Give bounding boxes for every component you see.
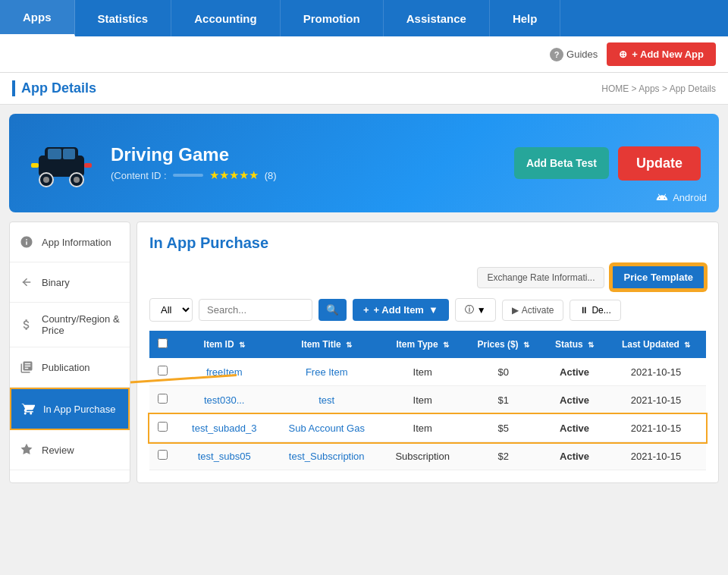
- item-title: Free Item: [272, 358, 381, 386]
- guides-button[interactable]: ? Guides: [550, 48, 598, 61]
- deactivate-label: De...: [592, 305, 610, 316]
- add-item-button[interactable]: + + Add Item ▼: [353, 299, 449, 321]
- row-select-checkbox[interactable]: [158, 366, 168, 375]
- item-title: Sub Account Gas: [272, 414, 381, 442]
- item-id: freeItem: [177, 358, 272, 386]
- main-layout: App Information Binary Country/Region & …: [9, 222, 719, 483]
- sidebar-item-publication[interactable]: Publication: [10, 347, 130, 388]
- platform-badge: Android: [656, 191, 707, 203]
- filter-select[interactable]: All: [149, 298, 193, 322]
- action-bar: All 🔍 + + Add Item ▼ ⓘ ▼ ▶ Activate ⏸ De…: [149, 298, 706, 322]
- item-last-updated: 2021-10-15: [606, 386, 706, 414]
- item-title-link[interactable]: test_Subscription: [289, 451, 365, 462]
- sidebar-label-publication: Publication: [42, 362, 90, 373]
- rating-count: (8): [265, 170, 277, 181]
- svg-rect-8: [31, 163, 39, 168]
- item-id-header[interactable]: Item ID ⇅: [177, 331, 272, 358]
- item-id-link[interactable]: test_subs05: [198, 451, 251, 462]
- nav-item-help[interactable]: Help: [490, 0, 561, 36]
- add-item-label: + Add Item: [374, 304, 424, 316]
- sidebar-item-app-information[interactable]: App Information: [10, 222, 130, 262]
- dropdown-arrow-icon: ▼: [428, 304, 438, 316]
- last-updated-header[interactable]: Last Updated ⇅: [606, 331, 706, 358]
- activate-label: Activate: [522, 305, 554, 316]
- row-checkbox[interactable]: [149, 442, 177, 470]
- item-id-link[interactable]: freeItem: [206, 366, 243, 378]
- dollar-icon: [17, 316, 36, 334]
- info-button[interactable]: ⓘ ▼: [455, 298, 496, 322]
- table-header-row: Item ID ⇅ Item Title ⇅ Item Type ⇅ Price…: [149, 331, 706, 358]
- row-select-checkbox[interactable]: [158, 450, 168, 460]
- checkbox-header: [149, 331, 177, 358]
- guides-label: Guides: [566, 49, 598, 60]
- app-name: Driving Game: [111, 144, 499, 165]
- item-status: Active: [543, 442, 606, 470]
- binary-icon: [17, 273, 36, 291]
- nav-item-promotion[interactable]: Promotion: [281, 0, 384, 36]
- sort-icon: ⇅: [239, 341, 245, 349]
- row-checkbox[interactable]: [149, 386, 177, 414]
- item-title-link[interactable]: Free Item: [306, 366, 348, 378]
- item-id-link[interactable]: test_subadd_3: [192, 423, 256, 434]
- nav-item-statistics[interactable]: Statistics: [75, 0, 172, 36]
- in-app-purchase-table: Item ID ⇅ Item Title ⇅ Item Type ⇅ Price…: [149, 331, 706, 470]
- price-template-button[interactable]: Price Template: [610, 264, 706, 291]
- add-new-app-button[interactable]: ⊕ + Add New App: [607, 42, 716, 66]
- row-select-checkbox[interactable]: [158, 394, 168, 404]
- sidebar-item-review[interactable]: Review: [10, 430, 130, 470]
- pause-icon: ⏸: [579, 305, 588, 316]
- purchase-icon: [19, 400, 37, 418]
- circle-info-icon: ⓘ: [465, 303, 474, 316]
- filter-bar: Exchange Rate Informati... Price Templat…: [149, 264, 706, 291]
- app-content-id: (Content ID : ★★★★★ (8): [111, 168, 499, 182]
- sort-icon: ⇅: [684, 341, 690, 349]
- platform-label: Android: [673, 192, 707, 203]
- item-title: test_Subscription: [272, 442, 381, 470]
- search-icon: 🔍: [326, 304, 339, 316]
- sort-icon: ⇅: [588, 341, 594, 349]
- sidebar-item-binary[interactable]: Binary: [10, 262, 130, 303]
- question-icon: ?: [550, 48, 563, 61]
- sidebar: App Information Binary Country/Region & …: [9, 222, 130, 483]
- select-all-checkbox[interactable]: [158, 338, 168, 348]
- add-new-app-label: + Add New App: [632, 49, 704, 60]
- item-title-header[interactable]: Item Title ⇅: [272, 331, 381, 358]
- item-status: Active: [543, 386, 606, 414]
- deactivate-button[interactable]: ⏸ De...: [570, 300, 620, 321]
- sidebar-item-country-region-price[interactable]: Country/Region & Price: [10, 303, 130, 347]
- search-button[interactable]: 🔍: [318, 299, 347, 321]
- car-icon: [31, 137, 92, 190]
- add-beta-test-button[interactable]: Add Beta Test: [514, 147, 609, 179]
- svg-rect-9: [84, 163, 92, 168]
- item-price: $1: [463, 386, 543, 414]
- table-row: test_subs05 test_Subscription Subscripti…: [149, 442, 706, 470]
- search-input[interactable]: [199, 299, 312, 321]
- sidebar-label-review: Review: [42, 445, 74, 456]
- activate-button[interactable]: ▶ Activate: [502, 300, 564, 321]
- plus-icon: +: [363, 304, 369, 316]
- item-type-header[interactable]: Item Type ⇅: [381, 331, 464, 358]
- nav-item-accounting[interactable]: Accounting: [171, 0, 281, 36]
- row-select-checkbox[interactable]: [158, 422, 168, 432]
- item-type: Subscription: [381, 442, 464, 470]
- toolbar-row: ? Guides ⊕ + Add New App: [0, 36, 728, 73]
- item-title-link[interactable]: test: [318, 394, 334, 406]
- sidebar-label-in-app-purchase: In App Purchase: [43, 404, 115, 415]
- table-row: test030... test Item $1 Active 2021-10-1…: [149, 386, 706, 414]
- page-header: App Details HOME > Apps > App Details: [0, 73, 728, 105]
- item-title-link[interactable]: Sub Account Gas: [288, 423, 364, 434]
- nav-item-assistance[interactable]: Assistance: [384, 0, 490, 36]
- prices-header[interactable]: Prices ($) ⇅: [463, 331, 543, 358]
- nav-item-apps[interactable]: Apps: [0, 0, 75, 36]
- svg-rect-6: [48, 149, 61, 159]
- status-header[interactable]: Status ⇅: [543, 331, 606, 358]
- item-last-updated: 2021-10-15: [606, 414, 706, 442]
- item-id-link[interactable]: test030...: [204, 394, 244, 406]
- update-button[interactable]: Update: [618, 146, 701, 181]
- top-nav: Apps Statistics Accounting Promotion Ass…: [0, 0, 728, 36]
- row-checkbox[interactable]: [149, 414, 177, 442]
- stars: ★★★★★: [209, 168, 259, 182]
- row-checkbox[interactable]: [149, 358, 177, 386]
- table-row: test_subadd_3 Sub Account Gas Item $5 Ac…: [149, 414, 706, 442]
- sidebar-item-in-app-purchase[interactable]: In App Purchase: [10, 388, 130, 430]
